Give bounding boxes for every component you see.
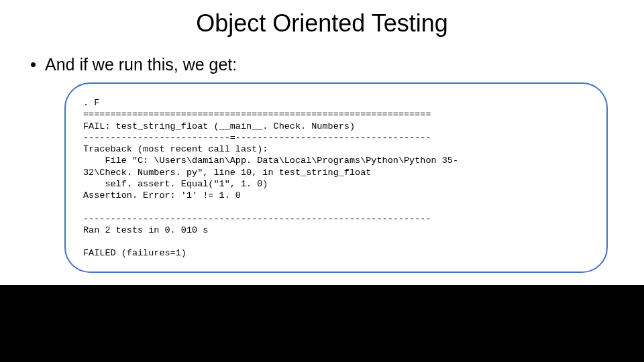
bottom-border: [0, 285, 644, 325]
code-line: FAIL: test_string_float (__main__. Check…: [83, 121, 355, 131]
code-line: ---------------------------=------------…: [83, 133, 431, 143]
bullet-dot-icon: [31, 62, 36, 67]
code-line: FAILED (failures=1): [83, 248, 186, 258]
code-line: . F: [83, 98, 99, 108]
code-line: ========================================…: [83, 109, 431, 119]
code-line: Ran 2 tests in 0. 010 s: [83, 225, 208, 235]
code-line: self. assert. Equal("1", 1. 0): [83, 179, 268, 189]
code-line: File "C: \Users\damian\App. Data\Local\P…: [83, 156, 458, 166]
code-line: ----------------------------------------…: [83, 214, 431, 224]
code-output-box: . F ====================================…: [64, 82, 608, 273]
bullet-row: And if we run this, we get:: [0, 44, 644, 82]
code-output: . F ====================================…: [83, 97, 594, 259]
content-area: And if we run this, we get: . F ========…: [0, 44, 644, 285]
slide-title: Object Oriented Testing: [0, 0, 644, 44]
code-line: Traceback (most recent call last):: [83, 144, 268, 154]
code-line: Assertion. Error: '1' != 1. 0: [83, 190, 241, 200]
code-line: 32\Check. Numbers. py", line 10, in test…: [83, 168, 371, 178]
bullet-text: And if we run this, we get:: [45, 55, 237, 74]
